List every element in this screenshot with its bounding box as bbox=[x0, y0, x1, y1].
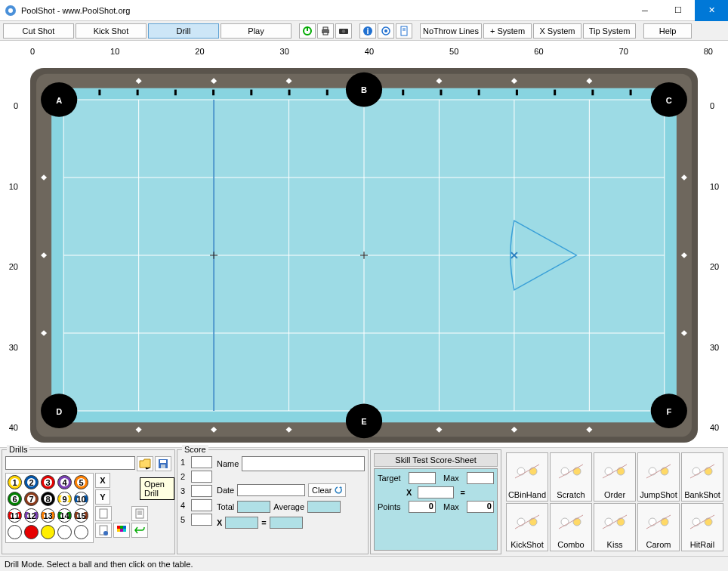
pool-table-area[interactable]: 01020304050607080 010203040 010203040 bbox=[0, 41, 728, 447]
shot-scratch-button[interactable]: Scratch bbox=[550, 452, 592, 502]
date-input[interactable] bbox=[237, 484, 305, 496]
cutshot-button[interactable]: Cut Shot bbox=[3, 23, 74, 39]
ball-10[interactable]: 10 bbox=[74, 492, 88, 506]
svg-rect-36 bbox=[137, 90, 139, 96]
ruler-left: 010203040 bbox=[3, 101, 18, 432]
info-icon[interactable]: i bbox=[359, 23, 376, 39]
svg-rect-95 bbox=[120, 529, 123, 532]
drill-name-input[interactable] bbox=[5, 456, 135, 470]
print-icon[interactable] bbox=[317, 23, 334, 39]
new-page-icon[interactable] bbox=[95, 506, 112, 521]
tipsystem-button[interactable]: Tip System bbox=[583, 23, 636, 39]
shot-bankshot-button[interactable]: BankShot bbox=[681, 452, 723, 502]
power-icon[interactable] bbox=[299, 23, 316, 39]
points-label: Points bbox=[378, 502, 401, 511]
nothrow-button[interactable]: NoThrow Lines bbox=[420, 23, 482, 39]
ball-extra-18[interactable] bbox=[57, 525, 72, 539]
gear-icon[interactable] bbox=[378, 23, 394, 39]
svg-rect-92 bbox=[120, 526, 123, 529]
svg-point-120 bbox=[561, 518, 569, 526]
svg-rect-87 bbox=[161, 465, 165, 468]
ball-extra-19[interactable] bbox=[74, 525, 88, 539]
ball-2[interactable]: 2 bbox=[24, 475, 39, 489]
svg-point-124 bbox=[617, 518, 625, 526]
skill-x-input[interactable] bbox=[418, 486, 454, 498]
date-label: Date bbox=[217, 486, 234, 495]
score-row-2-input[interactable] bbox=[191, 471, 212, 483]
minimize-button[interactable]: ─ bbox=[628, 0, 662, 21]
ball-3[interactable]: 3 bbox=[41, 475, 55, 489]
ball-4[interactable]: 4 bbox=[57, 475, 72, 489]
svg-rect-46 bbox=[554, 90, 556, 96]
svg-marker-101 bbox=[339, 486, 342, 488]
shot-hitrail-button[interactable]: HitRail bbox=[681, 503, 723, 552]
target-max-input[interactable] bbox=[467, 472, 494, 484]
drills-panel: Drills Open Drill 123456789101112131415 … bbox=[2, 449, 175, 554]
help-button[interactable]: Help bbox=[643, 23, 692, 39]
plussystem-button[interactable]: + System bbox=[483, 23, 532, 39]
svg-rect-43 bbox=[440, 90, 442, 96]
skilltest-header[interactable]: Skill Test Score-Sheet bbox=[374, 453, 498, 467]
shot-combo-button[interactable]: Combo bbox=[550, 503, 592, 552]
undo-icon[interactable] bbox=[131, 523, 148, 538]
ball-7[interactable]: 7 bbox=[24, 492, 39, 506]
ball-6[interactable]: 6 bbox=[8, 492, 22, 506]
score-row-4-input[interactable] bbox=[191, 499, 212, 511]
kickshot-button[interactable]: Kick Shot bbox=[76, 23, 147, 39]
ball-9[interactable]: 9 bbox=[57, 492, 72, 506]
ball-extra-15[interactable] bbox=[8, 525, 22, 539]
ball-11[interactable]: 11 bbox=[8, 508, 22, 523]
ball-extra-17[interactable] bbox=[41, 525, 55, 539]
app-icon bbox=[5, 5, 17, 17]
svg-point-12 bbox=[384, 29, 387, 32]
camera-icon[interactable] bbox=[335, 23, 352, 39]
svg-rect-47 bbox=[591, 90, 594, 96]
shot-carom-button[interactable]: Carom bbox=[637, 503, 680, 552]
shot-kickshot-button[interactable]: KickShot bbox=[506, 503, 548, 552]
drill-button[interactable]: Drill bbox=[148, 23, 219, 39]
svg-point-102 bbox=[517, 468, 525, 475]
pool-table-svg[interactable]: ABCDEF bbox=[30, 68, 698, 443]
color-grid-icon[interactable] bbox=[113, 523, 130, 538]
svg-rect-35 bbox=[98, 90, 100, 96]
ball-13[interactable]: 13 bbox=[41, 508, 55, 523]
score-row-5-input[interactable] bbox=[191, 514, 212, 526]
svg-rect-37 bbox=[174, 90, 177, 96]
ball-8[interactable]: 8 bbox=[41, 492, 55, 506]
target-input[interactable] bbox=[409, 472, 436, 484]
ball-12[interactable]: 12 bbox=[24, 508, 39, 523]
shot-order-button[interactable]: Order bbox=[594, 452, 636, 502]
main-toolbar: Cut Shot Kick Shot Drill Play i NoThrow … bbox=[0, 21, 728, 41]
shot-jumpshot-button[interactable]: JumpShot bbox=[637, 452, 680, 502]
close-button[interactable]: ✕ bbox=[695, 0, 728, 21]
list-icon[interactable] bbox=[131, 506, 148, 521]
ball-5[interactable]: 5 bbox=[74, 475, 88, 489]
svg-point-118 bbox=[529, 518, 537, 526]
svg-text:E: E bbox=[361, 417, 366, 426]
ball-14[interactable]: 14 bbox=[57, 508, 72, 523]
page-edit-icon[interactable] bbox=[95, 523, 112, 538]
maximize-button[interactable]: ☐ bbox=[662, 0, 695, 21]
ball-15[interactable]: 15 bbox=[74, 508, 88, 523]
save-drill-button[interactable] bbox=[155, 456, 171, 471]
page-icon[interactable] bbox=[396, 23, 412, 39]
play-button[interactable]: Play bbox=[221, 23, 292, 39]
drills-title: Drills bbox=[7, 445, 29, 454]
ball-palette[interactable]: 123456789101112131415 bbox=[5, 473, 94, 543]
skill-max-label: Max bbox=[443, 474, 459, 483]
target-label: Target bbox=[378, 474, 401, 483]
xsystem-button[interactable]: X System bbox=[533, 23, 581, 39]
y-coord-button[interactable]: Y bbox=[95, 489, 110, 505]
skill-eq-label: = bbox=[460, 488, 464, 497]
shot-kiss-button[interactable]: Kiss bbox=[594, 503, 636, 552]
ball-extra-16[interactable] bbox=[24, 525, 39, 539]
x-coord-button[interactable]: X bbox=[95, 473, 110, 488]
score-row-1-input[interactable] bbox=[191, 456, 212, 468]
open-drill-button[interactable] bbox=[137, 456, 153, 471]
svg-rect-40 bbox=[288, 90, 291, 96]
score-row-3-input[interactable] bbox=[191, 485, 212, 497]
ball-1[interactable]: 1 bbox=[8, 475, 22, 489]
shot-cbinhand-button[interactable]: CBinHand bbox=[506, 452, 548, 502]
clear-button[interactable]: Clear bbox=[308, 483, 346, 497]
name-input[interactable] bbox=[242, 456, 365, 471]
